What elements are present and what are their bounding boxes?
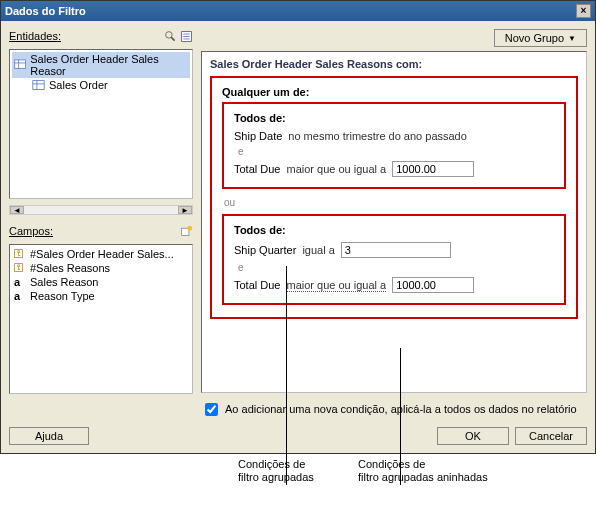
outer-group: Qualquer um de: Todos de: Ship Date no m… bbox=[210, 76, 578, 319]
condition-field: Ship Quarter bbox=[234, 244, 296, 256]
fields-list[interactable]: ⚿#Sales Order Header Sales... ⚿#Sales Re… bbox=[9, 244, 193, 394]
table-icon bbox=[14, 58, 26, 71]
svg-rect-6 bbox=[15, 60, 26, 68]
horizontal-scrollbar[interactable]: ◄ ► bbox=[9, 205, 193, 215]
group-all-label: Todos de: bbox=[234, 224, 554, 236]
condition-field: Total Due bbox=[234, 163, 280, 175]
conditions-panel: Sales Order Header Sales Reasons com: Qu… bbox=[201, 51, 587, 393]
condition-value-input[interactable] bbox=[341, 242, 451, 258]
tree-item-label: Sales Order bbox=[49, 79, 108, 91]
window-title: Dados do Filtro bbox=[5, 5, 86, 17]
connector-and: e bbox=[234, 260, 554, 275]
field-label: #Sales Reasons bbox=[30, 262, 110, 274]
field-label: Sales Reason bbox=[30, 276, 99, 288]
condition-operator: igual a bbox=[302, 244, 334, 256]
condition-operator: no mesmo trimestre do ano passado bbox=[288, 130, 467, 142]
svg-line-1 bbox=[171, 37, 174, 40]
condition-operator: maior que ou igual a bbox=[286, 279, 386, 292]
condition-row[interactable]: Total Due maior que ou igual a bbox=[234, 275, 554, 295]
new-field-icon[interactable] bbox=[180, 225, 193, 238]
help-button[interactable]: Ajuda bbox=[9, 427, 89, 445]
tree-item[interactable]: Sales Order bbox=[30, 78, 190, 93]
svg-point-13 bbox=[187, 225, 192, 230]
field-label: Reason Type bbox=[30, 290, 95, 302]
condition-value-input[interactable] bbox=[392, 161, 474, 177]
scroll-right-icon[interactable]: ► bbox=[178, 206, 192, 214]
fields-label: Campos: bbox=[9, 225, 53, 237]
new-group-label: Novo Grupo bbox=[505, 32, 564, 44]
annotation-grouped: Condições de filtro agrupadas bbox=[238, 458, 348, 486]
connector-or: ou bbox=[220, 195, 566, 210]
panel-header: Sales Order Header Sales Reasons com: bbox=[210, 58, 578, 70]
cancel-button[interactable]: Cancelar bbox=[515, 427, 587, 445]
list-item[interactable]: ⚿#Sales Order Header Sales... bbox=[12, 247, 190, 261]
inner-group-1: Todos de: Ship Date no mesmo trimestre d… bbox=[222, 102, 566, 189]
close-icon[interactable]: × bbox=[576, 4, 591, 18]
ok-button[interactable]: OK bbox=[437, 427, 509, 445]
field-label: #Sales Order Header Sales... bbox=[30, 248, 174, 260]
titlebar: Dados do Filtro × bbox=[1, 1, 595, 21]
new-group-button[interactable]: Novo Grupo ▼ bbox=[494, 29, 587, 47]
svg-point-0 bbox=[166, 31, 173, 38]
connector-and: e bbox=[234, 144, 554, 159]
list-icon[interactable] bbox=[180, 30, 193, 43]
group-any-label: Qualquer um de: bbox=[222, 86, 566, 98]
key-icon: ⚿ bbox=[14, 262, 24, 273]
entities-label: Entidades: bbox=[9, 30, 61, 42]
apply-all-checkbox[interactable] bbox=[205, 403, 218, 416]
search-icon[interactable] bbox=[164, 30, 177, 43]
group-all-label: Todos de: bbox=[234, 112, 554, 124]
list-item[interactable]: aSales Reason bbox=[12, 275, 190, 289]
text-type-icon: a bbox=[14, 276, 24, 288]
entities-tree[interactable]: Sales Order Header Sales Reasor Sales Or… bbox=[9, 49, 193, 199]
condition-row[interactable]: Total Due maior que ou igual a bbox=[234, 159, 554, 179]
condition-field: Total Due bbox=[234, 279, 280, 291]
filter-data-dialog: Dados do Filtro × Entidades: Sales Order… bbox=[0, 0, 596, 454]
condition-field: Ship Date bbox=[234, 130, 282, 142]
condition-operator: maior que ou igual a bbox=[286, 163, 386, 175]
tree-item[interactable]: Sales Order Header Sales Reasor bbox=[12, 52, 190, 78]
annotations: Condições de filtro agrupadas Condições … bbox=[0, 454, 596, 486]
inner-group-2: Todos de: Ship Quarter igual a e Total D… bbox=[222, 214, 566, 305]
text-type-icon: a bbox=[14, 290, 24, 302]
key-icon: ⚿ bbox=[14, 248, 24, 259]
list-item[interactable]: aReason Type bbox=[12, 289, 190, 303]
condition-row[interactable]: Ship Date no mesmo trimestre do ano pass… bbox=[234, 128, 554, 144]
tree-item-label: Sales Order Header Sales Reasor bbox=[30, 53, 188, 77]
condition-row[interactable]: Ship Quarter igual a bbox=[234, 240, 554, 260]
annotation-nested: Condições de filtro agrupadas aninhadas bbox=[358, 458, 518, 486]
scroll-left-icon[interactable]: ◄ bbox=[10, 206, 24, 214]
condition-value-input[interactable] bbox=[392, 277, 474, 293]
table-icon bbox=[32, 79, 45, 92]
chevron-down-icon: ▼ bbox=[568, 34, 576, 43]
svg-rect-9 bbox=[33, 80, 44, 89]
list-item[interactable]: ⚿#Sales Reasons bbox=[12, 261, 190, 275]
